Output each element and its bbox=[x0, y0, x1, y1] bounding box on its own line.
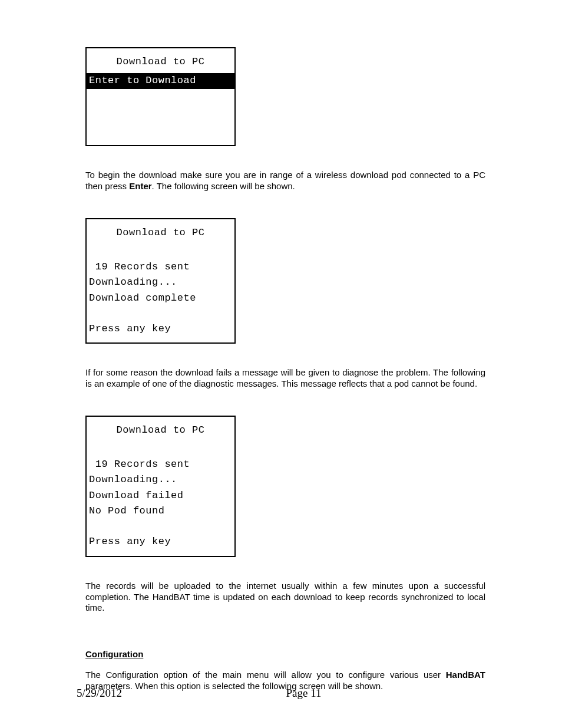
screen-line: 19 Records sent bbox=[87, 259, 234, 275]
page-content: Download to PC Enter to Download To begi… bbox=[0, 0, 562, 692]
screen-title: Download to PC bbox=[87, 225, 234, 244]
screen-line: Press any key bbox=[87, 321, 234, 337]
device-screen-download-complete: Download to PC 19 Records sent Downloadi… bbox=[85, 218, 236, 344]
section-heading-configuration: Configuration bbox=[85, 649, 485, 659]
highlight-text: Enter to Download bbox=[89, 75, 196, 86]
text-run: . The following screen will be shown. bbox=[152, 181, 295, 191]
paragraph-download-fail: If for some reason the download fails a … bbox=[85, 367, 485, 390]
text-run: The Configuration option of the main men… bbox=[85, 670, 446, 680]
bold-handbat: HandBAT bbox=[446, 670, 485, 680]
screen-line: Downloading... bbox=[87, 275, 234, 290]
footer-page-number: Page 11 bbox=[77, 687, 485, 700]
screen-line: Download failed bbox=[87, 488, 234, 503]
highlighted-option: Enter to Download bbox=[87, 73, 234, 88]
screen-line: No Pod found bbox=[87, 503, 234, 519]
screen-line: Downloading... bbox=[87, 472, 234, 487]
device-screen-download-prompt: Download to PC Enter to Download bbox=[85, 47, 236, 146]
page-footer: 5/29/2012 Page 11 bbox=[77, 687, 485, 700]
screen-title: Download to PC bbox=[87, 54, 234, 73]
paragraph-upload-info: The records will be uploaded to the inte… bbox=[85, 581, 485, 614]
screen-title: Download to PC bbox=[87, 423, 234, 442]
blank-line bbox=[87, 519, 234, 534]
screen-line: Download complete bbox=[87, 291, 234, 306]
screen-line: 19 Records sent bbox=[87, 457, 234, 472]
screen-line: Press any key bbox=[87, 534, 234, 549]
bold-enter: Enter bbox=[129, 181, 151, 191]
footer-date: 5/29/2012 bbox=[77, 687, 122, 700]
device-screen-download-failed: Download to PC 19 Records sent Downloadi… bbox=[85, 416, 236, 557]
paragraph-download-instructions: To begin the download make sure you are … bbox=[85, 170, 485, 192]
blank-line bbox=[87, 306, 234, 321]
blank-line bbox=[87, 442, 234, 457]
blank-line bbox=[87, 244, 234, 259]
